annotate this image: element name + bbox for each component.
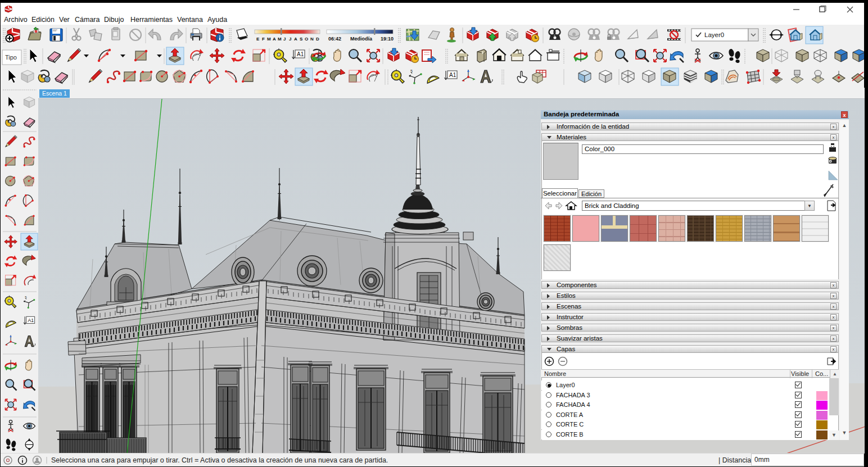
svg-text:A1: A1 <box>297 51 304 57</box>
svg-text:Tipo: Tipo <box>5 54 17 61</box>
svg-text:N: N <box>310 37 314 42</box>
svg-text:Mediodía: Mediodía <box>350 36 373 42</box>
svg-text:5: 5 <box>25 295 27 299</box>
svg-text:Layer0: Layer0 <box>704 31 724 38</box>
svg-text:F: F <box>262 37 265 42</box>
svg-text:19:10: 19:10 <box>381 36 394 42</box>
svg-text:J: J <box>289 37 291 42</box>
svg-text:D: D <box>316 37 319 42</box>
svg-text:A: A <box>294 37 297 42</box>
svg-text:A1: A1 <box>28 318 34 323</box>
svg-text:O: O <box>305 37 308 42</box>
svg-text:J: J <box>283 37 286 42</box>
svg-text:M: M <box>278 37 282 42</box>
svg-text:E: E <box>256 37 260 42</box>
svg-text:S: S <box>300 37 303 42</box>
svg-text:A: A <box>273 37 276 42</box>
svg-text:A1: A1 <box>449 72 456 78</box>
svg-text:06:42: 06:42 <box>328 36 341 42</box>
svg-text:M: M <box>267 37 271 42</box>
svg-text:5: 5 <box>410 69 413 73</box>
